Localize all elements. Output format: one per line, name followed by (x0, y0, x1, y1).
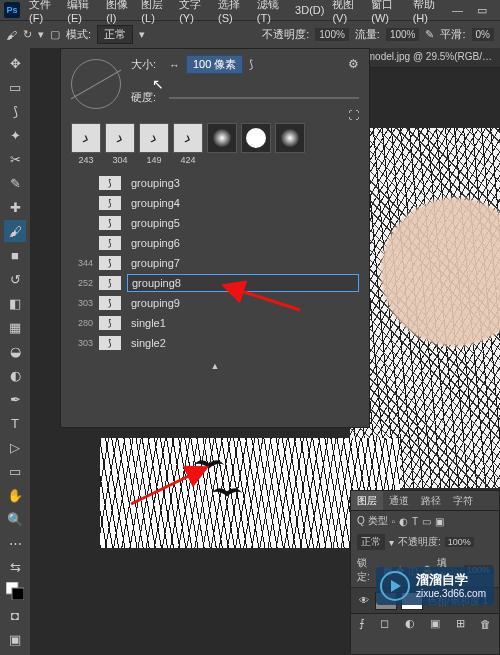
play-icon (380, 571, 410, 601)
tool-eraser[interactable]: ◧ (4, 292, 26, 314)
brush-group-item[interactable]: 303⟆grouping9 (71, 293, 359, 313)
tool-brush[interactable]: 🖌 (4, 220, 26, 242)
size-input[interactable]: 100 像素 (186, 55, 243, 74)
tool-wand[interactable]: ✦ (4, 124, 26, 146)
tool-path[interactable]: ▷ (4, 436, 26, 458)
hardness-slider[interactable] (169, 97, 359, 99)
tool-eyedropper[interactable]: ✎ (4, 172, 26, 194)
tool-text[interactable]: T (4, 412, 26, 434)
brush-group-item[interactable]: ⟆grouping3 (71, 173, 359, 193)
brush-preset-6[interactable] (275, 123, 305, 153)
group-thumb: ⟆ (99, 296, 121, 310)
filter-adjust-icon[interactable]: ◐ (399, 516, 408, 527)
menu-edit[interactable]: 编辑(E) (64, 0, 101, 26)
tab-channels[interactable]: 通道 (383, 491, 415, 510)
menu-image[interactable]: 图像(I) (103, 0, 136, 26)
brush-preset-dropdown-icon[interactable]: ▾ (38, 28, 44, 41)
menu-window[interactable]: 窗口(W) (368, 0, 407, 26)
rotate-icon[interactable]: ↻ (23, 28, 32, 41)
tool-move[interactable]: ✥ (4, 52, 26, 74)
layer-visibility-icon[interactable]: 👁 (357, 595, 371, 606)
svg-rect-1 (12, 588, 24, 600)
window-minimize-icon[interactable]: — (449, 2, 466, 19)
menu-layer[interactable]: 图层(L) (138, 0, 174, 26)
brush-group-item[interactable]: 252⟆grouping8 (71, 273, 359, 293)
menu-file[interactable]: 文件(F) (26, 0, 62, 26)
airbrush-icon[interactable]: ✎ (425, 28, 434, 41)
size-link-icon[interactable]: ⟆ (249, 58, 253, 71)
tool-shape[interactable]: ▭ (4, 460, 26, 482)
mode-dropdown-icon[interactable]: ▾ (139, 28, 145, 41)
brush-group-item[interactable]: ⟆grouping5 (71, 213, 359, 233)
tool-screenmode[interactable]: ▣ (4, 628, 26, 650)
menu-type[interactable]: 文字(Y) (176, 0, 213, 26)
tool-gradient[interactable]: ▦ (4, 316, 26, 338)
brush-group-item[interactable]: 344⟆grouping7 (71, 253, 359, 273)
tab-layers[interactable]: 图层 (351, 491, 383, 510)
brush-group-item[interactable]: ⟆grouping6 (71, 233, 359, 253)
menu-3d[interactable]: 3D(D) (292, 2, 327, 18)
brush-group-list[interactable]: ⟆grouping3⟆grouping4⟆grouping5⟆grouping6… (61, 171, 369, 359)
tool-pen[interactable]: ✒ (4, 388, 26, 410)
filter-type-icon[interactable]: T (412, 516, 418, 527)
trash-icon[interactable]: 🗑 (480, 618, 491, 630)
brush-preset-4[interactable] (207, 123, 237, 153)
tool-more[interactable]: ⋯ (4, 532, 26, 554)
tab-paths[interactable]: 路径 (415, 491, 447, 510)
brush-preset-3[interactable] (173, 123, 203, 153)
flow-value[interactable]: 100% (386, 28, 420, 41)
tab-character[interactable]: 字符 (447, 491, 479, 510)
brush-preset-2[interactable] (139, 123, 169, 153)
tool-healing[interactable]: ✚ (4, 196, 26, 218)
brush-swatch-icon[interactable]: ▢ (50, 28, 60, 41)
tool-zoom[interactable]: 🔍 (4, 508, 26, 530)
tool-dodge[interactable]: ◐ (4, 364, 26, 386)
tool-crop[interactable]: ✂ (4, 148, 26, 170)
brush-angle-control[interactable] (71, 59, 121, 109)
mask-icon[interactable]: ◻ (380, 617, 389, 630)
tool-color-swatches[interactable] (4, 580, 26, 602)
brush-preset-0[interactable] (71, 123, 101, 153)
layer-opacity-value[interactable]: 100% (445, 537, 474, 547)
filter-smart-icon[interactable]: ▣ (435, 516, 444, 527)
opacity-value[interactable]: 100% (315, 28, 349, 41)
brush-preset-5[interactable] (241, 123, 271, 153)
blend-dropdown-icon[interactable]: ▾ (389, 537, 394, 548)
smooth-value[interactable]: 0% (472, 28, 494, 41)
panel-expand-icon[interactable]: ⛶ (348, 109, 359, 121)
adjustment-icon[interactable]: ◐ (405, 617, 415, 630)
brush-preset-1[interactable] (105, 123, 135, 153)
menu-help[interactable]: 帮助(H) (410, 0, 447, 26)
tool-history-brush[interactable]: ↺ (4, 268, 26, 290)
tool-swap-colors[interactable]: ⇆ (4, 556, 26, 578)
tool-lasso[interactable]: ⟆ (4, 100, 26, 122)
menu-bar: Ps 文件(F) 编辑(E) 图像(I) 图层(L) 文字(Y) 选择(S) 滤… (0, 0, 500, 20)
brush-group-item[interactable]: 303⟆single2 (71, 333, 359, 353)
window-restore-icon[interactable]: ▭ (474, 2, 490, 19)
panel-resize-handle[interactable]: ▲ (61, 359, 369, 371)
tool-stamp[interactable]: ■ (4, 244, 26, 266)
tool-marquee[interactable]: ▭ (4, 76, 26, 98)
menu-filter[interactable]: 滤镜(T) (254, 0, 290, 26)
brush-tool-icon[interactable]: 🖌 (6, 29, 17, 41)
mode-select[interactable]: 正常 (97, 25, 133, 44)
blend-mode-select[interactable]: 正常 (357, 534, 385, 550)
brush-group-item[interactable]: ⟆grouping4 (71, 193, 359, 213)
panel-gear-icon[interactable]: ⚙ (348, 57, 359, 71)
menu-select[interactable]: 选择(S) (215, 0, 252, 26)
filter-shape-icon[interactable]: ▭ (422, 516, 431, 527)
group-thumb: ⟆ (99, 276, 121, 290)
brush-preset-panel: ⚙ ⛶ 大小: ↔ 100 像素 ⟆ 硬度: (60, 48, 370, 428)
watermark-url: zixue.3d66.com (416, 588, 486, 599)
menu-view[interactable]: 视图(V) (329, 0, 366, 26)
new-layer-icon[interactable]: ⊞ (456, 617, 465, 630)
filter-pixel-icon[interactable]: ▫ (392, 516, 396, 527)
tool-blur[interactable]: ◒ (4, 340, 26, 362)
brush-preset-row (61, 117, 369, 155)
fx-icon[interactable]: ⨍ (359, 617, 365, 630)
group-icon[interactable]: ▣ (430, 617, 440, 630)
tool-quickmask[interactable]: ◘ (4, 604, 26, 626)
tool-hand[interactable]: ✋ (4, 484, 26, 506)
brush-group-item[interactable]: 280⟆single1 (71, 313, 359, 333)
flip-x-icon[interactable]: ↔ (169, 59, 180, 71)
